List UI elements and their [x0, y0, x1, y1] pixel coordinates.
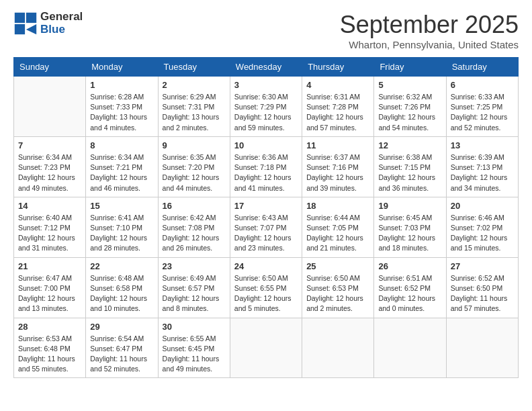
calendar-cell: 19Sunrise: 6:45 AM Sunset: 7:03 PM Dayli…: [374, 197, 446, 257]
calendar-cell: 8Sunrise: 6:34 AM Sunset: 7:21 PM Daylig…: [86, 136, 158, 197]
calendar-cell: 7Sunrise: 6:34 AM Sunset: 7:23 PM Daylig…: [14, 136, 86, 197]
calendar-day-header: Monday: [86, 58, 158, 77]
page-header: General Blue September 2025 Wharton, Pen…: [13, 11, 519, 50]
day-number: 1: [90, 80, 153, 90]
calendar-cell: 30Sunrise: 6:55 AM Sunset: 6:45 PM Dayli…: [158, 318, 230, 378]
logo-text: General Blue: [40, 11, 83, 36]
calendar-cell: [374, 318, 446, 378]
calendar-day-header: Tuesday: [158, 58, 230, 77]
location-subtitle: Wharton, Pennsylvania, United States: [340, 39, 519, 50]
svg-rect-3: [15, 24, 25, 34]
day-number: 23: [163, 261, 226, 271]
calendar-week-row: 7Sunrise: 6:34 AM Sunset: 7:23 PM Daylig…: [14, 136, 519, 197]
day-info: Sunrise: 6:45 AM Sunset: 7:03 PM Dayligh…: [378, 213, 441, 254]
day-info: Sunrise: 6:42 AM Sunset: 7:08 PM Dayligh…: [163, 213, 226, 254]
day-info: Sunrise: 6:31 AM Sunset: 7:28 PM Dayligh…: [306, 92, 369, 133]
logo: General Blue: [13, 11, 83, 36]
day-number: 13: [451, 140, 514, 150]
calendar-cell: 20Sunrise: 6:46 AM Sunset: 7:02 PM Dayli…: [446, 197, 518, 257]
day-number: 30: [163, 322, 226, 332]
day-info: Sunrise: 6:37 AM Sunset: 7:16 PM Dayligh…: [306, 152, 369, 193]
calendar-cell: 10Sunrise: 6:36 AM Sunset: 7:18 PM Dayli…: [230, 136, 302, 197]
day-info: Sunrise: 6:39 AM Sunset: 7:13 PM Dayligh…: [451, 152, 514, 193]
day-number: 26: [378, 261, 441, 271]
logo-general-text: General: [40, 11, 83, 24]
day-number: 17: [234, 201, 298, 211]
day-info: Sunrise: 6:50 AM Sunset: 6:53 PM Dayligh…: [306, 273, 369, 314]
calendar-cell: 27Sunrise: 6:52 AM Sunset: 6:50 PM Dayli…: [446, 257, 518, 318]
day-number: 6: [451, 80, 514, 90]
day-info: Sunrise: 6:41 AM Sunset: 7:10 PM Dayligh…: [90, 213, 153, 254]
calendar-cell: [14, 77, 86, 137]
calendar-cell: 28Sunrise: 6:53 AM Sunset: 6:48 PM Dayli…: [14, 318, 86, 378]
calendar-week-row: 1Sunrise: 6:28 AM Sunset: 7:33 PM Daylig…: [14, 77, 519, 137]
day-number: 25: [306, 261, 369, 271]
svg-rect-1: [15, 12, 25, 22]
day-number: 11: [306, 140, 369, 150]
day-number: 5: [378, 80, 441, 90]
calendar-day-header: Sunday: [14, 58, 86, 77]
calendar-cell: 6Sunrise: 6:33 AM Sunset: 7:25 PM Daylig…: [446, 77, 518, 137]
calendar-cell: [446, 318, 518, 378]
calendar-day-header: Thursday: [302, 58, 374, 77]
day-info: Sunrise: 6:35 AM Sunset: 7:20 PM Dayligh…: [163, 152, 226, 193]
calendar-cell: 26Sunrise: 6:51 AM Sunset: 6:52 PM Dayli…: [374, 257, 446, 318]
day-info: Sunrise: 6:34 AM Sunset: 7:21 PM Dayligh…: [90, 152, 153, 193]
day-info: Sunrise: 6:49 AM Sunset: 6:57 PM Dayligh…: [163, 273, 226, 314]
day-number: 8: [90, 140, 153, 150]
day-info: Sunrise: 6:52 AM Sunset: 6:50 PM Dayligh…: [451, 273, 514, 314]
calendar-day-header: Saturday: [446, 58, 518, 77]
day-info: Sunrise: 6:30 AM Sunset: 7:29 PM Dayligh…: [234, 92, 298, 133]
day-info: Sunrise: 6:29 AM Sunset: 7:31 PM Dayligh…: [163, 92, 226, 133]
calendar-cell: [230, 318, 302, 378]
calendar-cell: 9Sunrise: 6:35 AM Sunset: 7:20 PM Daylig…: [158, 136, 230, 197]
calendar-cell: 3Sunrise: 6:30 AM Sunset: 7:29 PM Daylig…: [230, 77, 302, 137]
day-info: Sunrise: 6:33 AM Sunset: 7:25 PM Dayligh…: [451, 92, 514, 133]
calendar-cell: [302, 318, 374, 378]
day-number: 21: [18, 261, 81, 271]
calendar-week-row: 28Sunrise: 6:53 AM Sunset: 6:48 PM Dayli…: [14, 318, 519, 378]
day-number: 2: [163, 80, 226, 90]
day-info: Sunrise: 6:43 AM Sunset: 7:07 PM Dayligh…: [234, 213, 298, 254]
logo-blue-text: Blue: [40, 24, 83, 36]
day-number: 3: [234, 80, 298, 90]
day-info: Sunrise: 6:28 AM Sunset: 7:33 PM Dayligh…: [90, 92, 153, 133]
day-number: 29: [90, 322, 153, 332]
title-block: September 2025 Wharton, Pennsylvania, Un…: [340, 11, 519, 50]
day-info: Sunrise: 6:44 AM Sunset: 7:05 PM Dayligh…: [306, 213, 369, 254]
day-info: Sunrise: 6:54 AM Sunset: 6:47 PM Dayligh…: [90, 334, 153, 375]
calendar-cell: 18Sunrise: 6:44 AM Sunset: 7:05 PM Dayli…: [302, 197, 374, 257]
day-info: Sunrise: 6:34 AM Sunset: 7:23 PM Dayligh…: [18, 152, 81, 193]
calendar-week-row: 14Sunrise: 6:40 AM Sunset: 7:12 PM Dayli…: [14, 197, 519, 257]
day-info: Sunrise: 6:51 AM Sunset: 6:52 PM Dayligh…: [378, 273, 441, 314]
calendar-cell: 1Sunrise: 6:28 AM Sunset: 7:33 PM Daylig…: [86, 77, 158, 137]
calendar-day-header: Friday: [374, 58, 446, 77]
calendar-header-row: SundayMondayTuesdayWednesdayThursdayFrid…: [14, 58, 519, 77]
calendar-cell: 22Sunrise: 6:48 AM Sunset: 6:58 PM Dayli…: [86, 257, 158, 318]
day-info: Sunrise: 6:46 AM Sunset: 7:02 PM Dayligh…: [451, 213, 514, 254]
calendar-cell: 16Sunrise: 6:42 AM Sunset: 7:08 PM Dayli…: [158, 197, 230, 257]
calendar-cell: 5Sunrise: 6:32 AM Sunset: 7:26 PM Daylig…: [374, 77, 446, 137]
calendar-table: SundayMondayTuesdayWednesdayThursdayFrid…: [13, 57, 519, 378]
day-info: Sunrise: 6:55 AM Sunset: 6:45 PM Dayligh…: [163, 334, 226, 375]
calendar-cell: 25Sunrise: 6:50 AM Sunset: 6:53 PM Dayli…: [302, 257, 374, 318]
day-info: Sunrise: 6:48 AM Sunset: 6:58 PM Dayligh…: [90, 273, 153, 314]
calendar-cell: 11Sunrise: 6:37 AM Sunset: 7:16 PM Dayli…: [302, 136, 374, 197]
day-number: 24: [234, 261, 298, 271]
day-info: Sunrise: 6:32 AM Sunset: 7:26 PM Dayligh…: [378, 92, 441, 133]
calendar-cell: 17Sunrise: 6:43 AM Sunset: 7:07 PM Dayli…: [230, 197, 302, 257]
day-number: 28: [18, 322, 81, 332]
day-info: Sunrise: 6:40 AM Sunset: 7:12 PM Dayligh…: [18, 213, 81, 254]
calendar-cell: 14Sunrise: 6:40 AM Sunset: 7:12 PM Dayli…: [14, 197, 86, 257]
calendar-cell: 23Sunrise: 6:49 AM Sunset: 6:57 PM Dayli…: [158, 257, 230, 318]
calendar-week-row: 21Sunrise: 6:47 AM Sunset: 7:00 PM Dayli…: [14, 257, 519, 318]
day-info: Sunrise: 6:47 AM Sunset: 7:00 PM Dayligh…: [18, 273, 81, 314]
day-info: Sunrise: 6:50 AM Sunset: 6:55 PM Dayligh…: [234, 273, 298, 314]
day-number: 9: [163, 140, 226, 150]
day-number: 19: [378, 201, 441, 211]
day-number: 20: [451, 201, 514, 211]
day-number: 16: [163, 201, 226, 211]
calendar-cell: 15Sunrise: 6:41 AM Sunset: 7:10 PM Dayli…: [86, 197, 158, 257]
logo-icon: [13, 11, 38, 36]
calendar-cell: 29Sunrise: 6:54 AM Sunset: 6:47 PM Dayli…: [86, 318, 158, 378]
